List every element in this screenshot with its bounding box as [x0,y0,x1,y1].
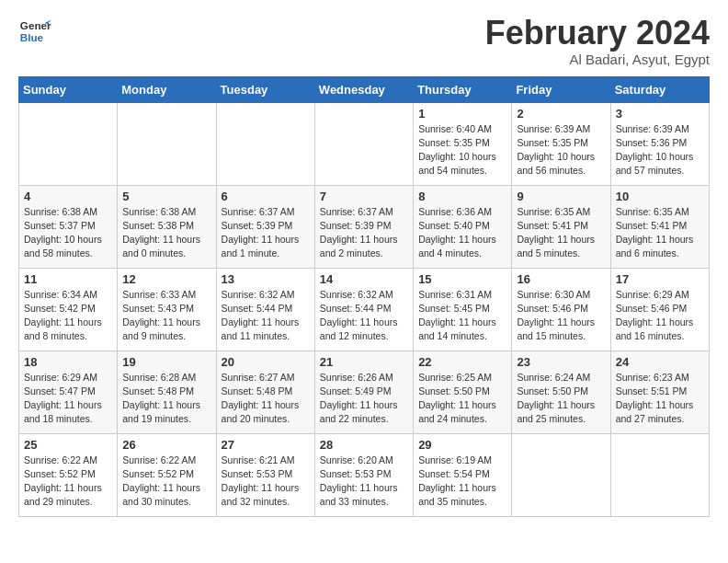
col-tuesday: Tuesday [216,76,314,102]
day-number: 15 [418,272,506,286]
day-info: Sunrise: 6:22 AMSunset: 5:52 PMDaylight:… [24,454,112,510]
day-number: 20 [222,355,310,369]
calendar-cell-w0-d5: 2Sunrise: 6:39 AMSunset: 5:35 PMDaylight… [512,102,610,185]
calendar-cell-w3-d4: 22Sunrise: 6:25 AMSunset: 5:50 PMDayligh… [414,350,512,433]
day-info: Sunrise: 6:25 AMSunset: 5:50 PMDaylight:… [418,371,506,427]
day-info: Sunrise: 6:27 AMSunset: 5:48 PMDaylight:… [222,371,310,427]
day-number: 12 [122,272,210,286]
calendar-cell-w1-d4: 8Sunrise: 6:36 AMSunset: 5:40 PMDaylight… [414,185,512,268]
calendar-cell-w0-d4: 1Sunrise: 6:40 AMSunset: 5:35 PMDaylight… [414,102,512,185]
header-row: Sunday Monday Tuesday Wednesday Thursday… [19,76,710,102]
col-wednesday: Wednesday [314,76,413,102]
page-container: General Blue February 2024 Al Badari, As… [0,0,728,532]
day-info: Sunrise: 6:21 AMSunset: 5:53 PMDaylight:… [222,454,310,510]
calendar-cell-w3-d3: 21Sunrise: 6:26 AMSunset: 5:49 PMDayligh… [314,350,413,433]
day-number: 1 [418,107,506,121]
calendar-cell-w1-d5: 9Sunrise: 6:35 AMSunset: 5:41 PMDaylight… [512,185,610,268]
day-info: Sunrise: 6:31 AMSunset: 5:45 PMDaylight:… [418,288,506,344]
day-info: Sunrise: 6:26 AMSunset: 5:49 PMDaylight:… [320,371,408,427]
calendar-cell-w1-d1: 5Sunrise: 6:38 AMSunset: 5:38 PMDaylight… [118,185,216,268]
day-info: Sunrise: 6:23 AMSunset: 5:51 PMDaylight:… [616,371,704,427]
day-number: 5 [122,190,210,203]
day-info: Sunrise: 6:29 AMSunset: 5:46 PMDaylight:… [616,288,704,344]
calendar-cell-w1-d0: 4Sunrise: 6:38 AMSunset: 5:37 PMDaylight… [19,185,118,268]
calendar-cell-w2-d3: 14Sunrise: 6:32 AMSunset: 5:44 PMDayligh… [314,268,413,350]
day-info: Sunrise: 6:32 AMSunset: 5:44 PMDaylight:… [222,288,310,344]
calendar-cell-w2-d2: 13Sunrise: 6:32 AMSunset: 5:44 PMDayligh… [216,268,314,350]
calendar-body: 1Sunrise: 6:40 AMSunset: 5:35 PMDaylight… [19,102,710,516]
day-info: Sunrise: 6:37 AMSunset: 5:39 PMDaylight:… [222,205,310,261]
subtitle: Al Badari, Asyut, Egypt [485,52,710,67]
calendar-cell-w4-d4: 29Sunrise: 6:19 AMSunset: 5:54 PMDayligh… [414,433,512,516]
day-info: Sunrise: 6:39 AMSunset: 5:36 PMDaylight:… [616,122,704,178]
day-number: 18 [24,355,112,369]
day-number: 26 [122,438,210,452]
calendar-week-2: 11Sunrise: 6:34 AMSunset: 5:42 PMDayligh… [19,268,710,350]
day-info: Sunrise: 6:19 AMSunset: 5:54 PMDaylight:… [418,454,506,510]
calendar-cell-w4-d0: 25Sunrise: 6:22 AMSunset: 5:52 PMDayligh… [19,433,118,516]
calendar-cell-w0-d0 [19,102,118,185]
day-info: Sunrise: 6:35 AMSunset: 5:41 PMDaylight:… [616,205,704,261]
calendar-cell-w2-d1: 12Sunrise: 6:33 AMSunset: 5:43 PMDayligh… [118,268,216,350]
day-info: Sunrise: 6:39 AMSunset: 5:35 PMDaylight:… [517,122,605,178]
day-info: Sunrise: 6:22 AMSunset: 5:52 PMDaylight:… [122,454,210,510]
day-number: 23 [517,355,605,369]
calendar-week-4: 25Sunrise: 6:22 AMSunset: 5:52 PMDayligh… [19,433,710,516]
day-number: 6 [222,190,310,203]
day-number: 27 [222,438,310,452]
header: General Blue February 2024 Al Badari, As… [18,15,710,67]
day-info: Sunrise: 6:38 AMSunset: 5:37 PMDaylight:… [24,205,112,261]
day-number: 14 [320,272,408,286]
calendar-week-0: 1Sunrise: 6:40 AMSunset: 5:35 PMDaylight… [19,102,710,185]
day-number: 25 [24,438,112,452]
day-info: Sunrise: 6:37 AMSunset: 5:39 PMDaylight:… [320,205,408,261]
col-friday: Friday [512,76,610,102]
col-thursday: Thursday [414,76,512,102]
day-number: 24 [616,355,704,369]
day-number: 13 [222,272,310,286]
day-info: Sunrise: 6:24 AMSunset: 5:50 PMDaylight:… [517,371,605,427]
calendar-cell-w0-d2 [216,102,314,185]
day-number: 16 [517,272,605,286]
calendar-week-3: 18Sunrise: 6:29 AMSunset: 5:47 PMDayligh… [19,350,710,433]
day-number: 8 [418,190,506,203]
col-saturday: Saturday [610,76,709,102]
calendar-cell-w3-d6: 24Sunrise: 6:23 AMSunset: 5:51 PMDayligh… [610,350,709,433]
col-sunday: Sunday [19,76,118,102]
day-info: Sunrise: 6:36 AMSunset: 5:40 PMDaylight:… [418,205,506,261]
calendar-cell-w3-d2: 20Sunrise: 6:27 AMSunset: 5:48 PMDayligh… [216,350,314,433]
day-info: Sunrise: 6:34 AMSunset: 5:42 PMDaylight:… [24,288,112,344]
calendar-cell-w4-d6 [610,433,709,516]
day-info: Sunrise: 6:20 AMSunset: 5:53 PMDaylight:… [320,454,408,510]
day-number: 29 [418,438,506,452]
col-monday: Monday [118,76,216,102]
calendar-cell-w3-d1: 19Sunrise: 6:28 AMSunset: 5:48 PMDayligh… [118,350,216,433]
day-number: 22 [418,355,506,369]
calendar-cell-w0-d6: 3Sunrise: 6:39 AMSunset: 5:36 PMDaylight… [610,102,709,185]
day-info: Sunrise: 6:38 AMSunset: 5:38 PMDaylight:… [122,205,210,261]
svg-text:Blue: Blue [20,31,44,43]
calendar-table: Sunday Monday Tuesday Wednesday Thursday… [18,76,710,517]
day-number: 2 [517,107,605,121]
day-number: 3 [616,107,704,121]
day-info: Sunrise: 6:35 AMSunset: 5:41 PMDaylight:… [517,205,605,261]
day-info: Sunrise: 6:33 AMSunset: 5:43 PMDaylight:… [122,288,210,344]
calendar-cell-w2-d0: 11Sunrise: 6:34 AMSunset: 5:42 PMDayligh… [19,268,118,350]
day-number: 9 [517,190,605,203]
day-info: Sunrise: 6:28 AMSunset: 5:48 PMDaylight:… [122,371,210,427]
calendar-cell-w4-d3: 28Sunrise: 6:20 AMSunset: 5:53 PMDayligh… [314,433,413,516]
calendar-cell-w3-d5: 23Sunrise: 6:24 AMSunset: 5:50 PMDayligh… [512,350,610,433]
day-info: Sunrise: 6:40 AMSunset: 5:35 PMDaylight:… [418,122,506,178]
day-number: 19 [122,355,210,369]
day-info: Sunrise: 6:30 AMSunset: 5:46 PMDaylight:… [517,288,605,344]
svg-text:General: General [20,19,51,31]
day-number: 21 [320,355,408,369]
calendar-cell-w2-d4: 15Sunrise: 6:31 AMSunset: 5:45 PMDayligh… [414,268,512,350]
day-number: 7 [320,190,408,203]
month-title: February 2024 [485,15,710,52]
logo-icon: General Blue [18,15,51,48]
calendar-cell-w1-d2: 6Sunrise: 6:37 AMSunset: 5:39 PMDaylight… [216,185,314,268]
day-number: 17 [616,272,704,286]
day-info: Sunrise: 6:29 AMSunset: 5:47 PMDaylight:… [24,371,112,427]
calendar-cell-w0-d1 [118,102,216,185]
